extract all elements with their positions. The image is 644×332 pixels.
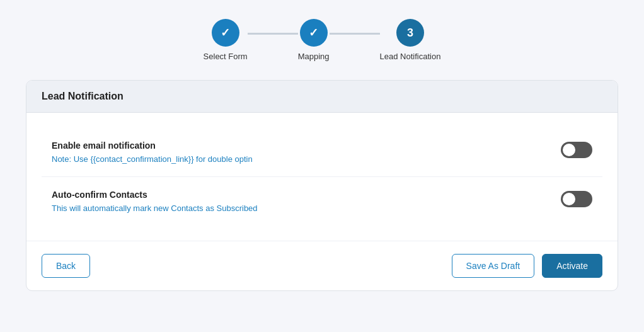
step-icon-mapping: ✓	[309, 26, 318, 40]
step-icon-lead-notification: 3	[407, 26, 413, 40]
card-footer: Back Save As Draft Activate	[26, 241, 618, 290]
step-select-form: ✓ Select Form	[204, 19, 248, 61]
step-circle-select-form: ✓	[212, 19, 239, 47]
footer-right-buttons: Save As Draft Activate	[452, 254, 602, 278]
step-label-mapping: Mapping	[298, 52, 330, 61]
save-as-draft-button[interactable]: Save As Draft	[452, 254, 535, 278]
activate-button[interactable]: Activate	[542, 254, 602, 278]
step-label-select-form: Select Form	[204, 52, 248, 61]
option-subtitle-email: Note: Use {{contact_confirmation_link}} …	[52, 154, 253, 164]
option-title-auto-confirm: Auto-confirm Contacts	[52, 190, 258, 200]
step-circle-mapping: ✓	[300, 19, 328, 47]
option-subtitle-auto-confirm: This will automatically mark new Contact…	[52, 203, 258, 213]
step-lead-notification: 3 Lead Notification	[380, 19, 441, 61]
card-header-title: Lead Notification	[42, 91, 124, 101]
back-button[interactable]: Back	[42, 254, 90, 278]
option-text-email: Enable email notification Note: Use {{co…	[52, 140, 253, 164]
card-body: Enable email notification Note: Use {{co…	[26, 113, 618, 241]
toggle-slider-email	[561, 142, 592, 158]
step-circle-lead-notification: 3	[396, 19, 424, 47]
toggle-slider-auto-confirm	[561, 191, 592, 207]
step-connector-1	[248, 33, 298, 35]
option-text-auto-confirm: Auto-confirm Contacts This will automati…	[52, 190, 258, 213]
step-icon-select-form: ✓	[221, 26, 230, 40]
toggle-auto-confirm[interactable]	[561, 191, 592, 207]
option-title-email: Enable email notification	[52, 140, 253, 151]
main-card: Lead Notification Enable email notificat…	[26, 80, 618, 291]
toggle-email-notification[interactable]	[561, 142, 592, 158]
step-mapping: ✓ Mapping	[298, 19, 330, 61]
stepper: ✓ Select Form ✓ Mapping 3 Lead Notificat…	[204, 19, 441, 61]
card-header: Lead Notification	[26, 81, 618, 113]
option-row-email-notification: Enable email notification Note: Use {{co…	[42, 128, 602, 177]
step-label-lead-notification: Lead Notification	[380, 52, 441, 61]
step-connector-2	[330, 33, 380, 35]
option-row-auto-confirm: Auto-confirm Contacts This will automati…	[42, 177, 602, 226]
